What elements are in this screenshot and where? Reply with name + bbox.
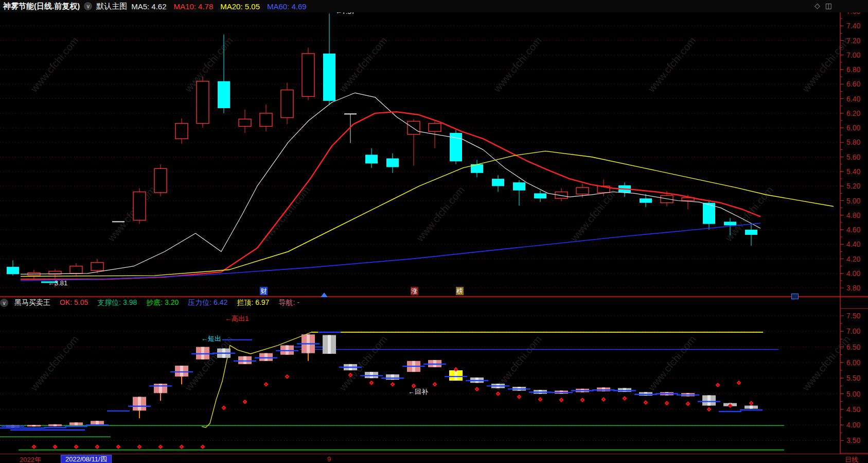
status-year: 2022年 — [20, 455, 41, 463]
indicator-bar-stripe — [138, 397, 141, 411]
candle-body-up — [91, 263, 103, 271]
y-axis-label: 6.60 — [846, 80, 860, 88]
y-axis-label: 6.00 — [846, 124, 860, 132]
y-axis-label: 7.00 — [846, 51, 860, 59]
y-axis-label: 5.60 — [846, 153, 860, 161]
indicator-bar-stripe — [32, 425, 36, 426]
y-axis-label: 4.50 — [846, 405, 860, 414]
candle-body-up — [154, 168, 167, 193]
indicator-value-压力位: 压力位: 6.42 — [188, 298, 227, 307]
y-axis-label: 4.20 — [846, 255, 860, 263]
y-axis-label: 6.20 — [846, 109, 860, 117]
y-axis-label: 4.00 — [846, 269, 860, 278]
indicator-bar-stripe — [180, 366, 183, 376]
candle-body-up — [302, 54, 314, 96]
candle-body-up — [239, 119, 251, 126]
trading-app-window: 神雾节能(日线.前复权) ∨ 默认主图 MA5: 4.62MA10: 4.78M… — [0, 0, 868, 463]
indicator-value-OK: OK: 5.05 — [60, 298, 88, 307]
candle-body-down — [386, 159, 399, 167]
candle-body-down — [323, 54, 335, 101]
chevron-down-icon[interactable]: ∨ — [84, 2, 92, 10]
candle-body-up — [260, 113, 272, 126]
window-icon[interactable]: ◫ — [825, 2, 832, 10]
status-date[interactable]: 2022/08/11/四 — [61, 455, 112, 463]
indicator-bar-stripe — [54, 424, 57, 426]
indicator-bar-stripe — [623, 388, 626, 392]
ma-value-ma5: MA5: 4.62 — [131, 2, 166, 11]
indicator-bar-stripe — [96, 421, 99, 424]
candle-body-down — [513, 182, 525, 191]
y-axis-label: 3.80 — [846, 284, 860, 292]
indicator-value-支撑位: 支撑位: 3.98 — [97, 298, 137, 307]
y-axis-label: 5.00 — [846, 197, 860, 205]
ma-values: MA5: 4.62MA10: 4.78MA20: 5.05MA60: 4.69 — [131, 2, 307, 11]
ma-value-ma20: MA20: 5.05 — [220, 2, 260, 11]
ma-value-ma60: MA60: 4.69 — [267, 2, 307, 11]
top-bar: 神雾节能(日线.前复权) ∨ 默认主图 MA5: 4.62MA10: 4.78M… — [0, 0, 868, 12]
stock-title: 神雾节能(日线.前复权) — [3, 2, 80, 11]
candle-body-down — [365, 155, 378, 163]
y-axis-label: 7.20 — [846, 37, 860, 45]
y-axis-label: 4.80 — [846, 211, 860, 219]
indicator-bar-stripe — [707, 396, 711, 406]
ma-line-ma60 — [21, 223, 760, 281]
candle-body-down — [534, 193, 546, 198]
indicator-bar-stripe — [264, 353, 268, 361]
y-axis-label: 7.00 — [846, 327, 860, 335]
y-axis-label: 5.20 — [846, 182, 860, 190]
indicator-bar-stripe — [370, 372, 373, 378]
indicator-bar-stripe — [201, 347, 204, 359]
indicator-value-导航: 导航: - — [278, 298, 299, 307]
indicator-bar-stripe — [75, 422, 78, 425]
indicator-value-抄底: 抄底: 3.20 — [146, 298, 179, 307]
candle-body-up — [429, 124, 441, 132]
y-axis-label: 7.50 — [846, 312, 860, 320]
y-axis-label: 5.40 — [846, 167, 860, 176]
indicator-name[interactable]: 黑马买卖王 — [14, 298, 50, 307]
y-axis-label: 4.40 — [846, 240, 860, 248]
candle-body-up — [133, 192, 146, 220]
chevron-down-icon[interactable]: ∨ — [0, 299, 8, 307]
candle-body-down — [492, 179, 504, 186]
candle-body-down — [640, 198, 652, 202]
candle-body-down — [218, 81, 230, 108]
candle-body-down — [724, 222, 736, 226]
candle-body-down — [745, 230, 757, 235]
status-month-marker: 9 — [327, 455, 331, 463]
ma-value-ma10: MA10: 4.78 — [174, 2, 214, 11]
y-axis-label: 6.40 — [846, 95, 860, 103]
candle-body-up — [70, 266, 82, 273]
y-axis-label: 4.60 — [846, 226, 860, 234]
y-axis-label: 6.80 — [846, 65, 860, 74]
candle-body-up — [197, 81, 209, 124]
y-axis-label: 5.80 — [846, 138, 860, 146]
candle-body-up — [281, 90, 293, 118]
indicator-values: OK: 5.05支撑位: 3.98抄底: 3.20压力位: 6.42拦顶: 6.… — [60, 298, 299, 307]
diamond-icon[interactable]: ◇ — [814, 2, 820, 10]
candle-body-up — [576, 187, 589, 194]
chart-canvas[interactable]: 7.607.407.207.006.806.606.406.206.005.80… — [0, 0, 868, 463]
main-view-label[interactable]: 默认主图 — [96, 2, 127, 11]
indicator-bar-stripe — [602, 387, 605, 391]
candle-body-up — [408, 121, 420, 134]
indicator-bar-stripe — [159, 384, 162, 393]
indicator-value-拦顶: 拦顶: 6.97 — [237, 298, 269, 307]
y-axis-label: 3.50 — [846, 436, 860, 444]
indicator-bar-stripe — [391, 374, 394, 380]
indicator-header: ∨ 黑马买卖王 OK: 5.05支撑位: 3.98抄底: 3.20压力位: 6.… — [0, 298, 868, 308]
y-axis-label: 4.00 — [846, 421, 860, 429]
indicator-bar-stripe — [243, 356, 246, 364]
indicator-bar-stripe — [750, 406, 753, 409]
ma-line-ma10 — [21, 112, 760, 279]
status-period[interactable]: 日线 — [845, 455, 858, 463]
y-axis-label: 6.50 — [846, 343, 860, 351]
y-axis-label: 7.40 — [846, 22, 860, 30]
y-axis-label: 5.50 — [846, 374, 860, 382]
ma-line-ma5 — [21, 93, 760, 274]
indicator-bar-stripe — [286, 346, 289, 355]
status-bar: 2022年 2022/08/11/四 9 日线 — [0, 454, 868, 463]
candle-body-down — [7, 267, 19, 274]
candle-body-up — [175, 124, 188, 139]
indicator-bar-stripe — [328, 335, 331, 354]
candle-body-up — [661, 196, 673, 203]
